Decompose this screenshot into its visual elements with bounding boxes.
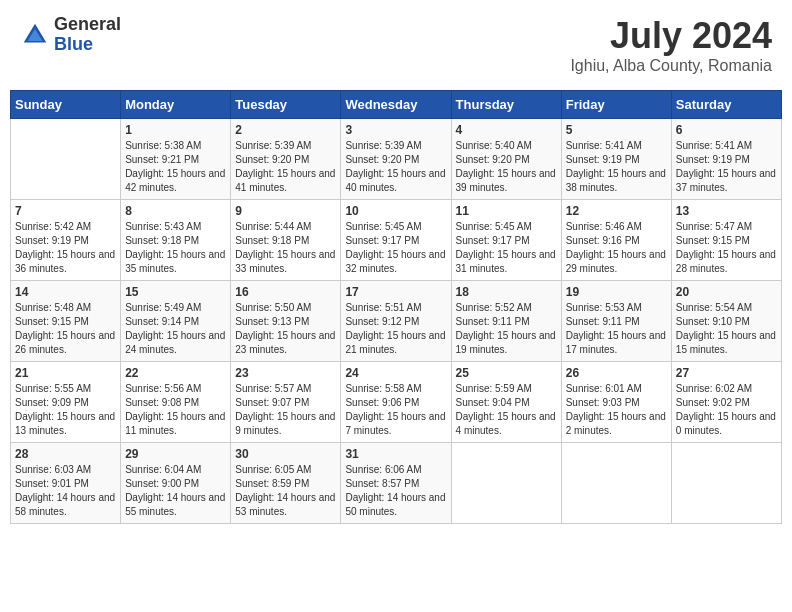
calendar-cell: 7Sunrise: 5:42 AMSunset: 9:19 PMDaylight… (11, 200, 121, 281)
day-info: Sunrise: 5:49 AMSunset: 9:14 PMDaylight:… (125, 301, 226, 357)
day-info: Sunrise: 5:40 AMSunset: 9:20 PMDaylight:… (456, 139, 557, 195)
day-number: 7 (15, 204, 116, 218)
weekday-header-row: SundayMondayTuesdayWednesdayThursdayFrid… (11, 91, 782, 119)
calendar-cell: 16Sunrise: 5:50 AMSunset: 9:13 PMDayligh… (231, 281, 341, 362)
calendar-cell: 12Sunrise: 5:46 AMSunset: 9:16 PMDayligh… (561, 200, 671, 281)
calendar-cell: 19Sunrise: 5:53 AMSunset: 9:11 PMDayligh… (561, 281, 671, 362)
calendar-cell: 29Sunrise: 6:04 AMSunset: 9:00 PMDayligh… (121, 443, 231, 524)
calendar-cell: 21Sunrise: 5:55 AMSunset: 9:09 PMDayligh… (11, 362, 121, 443)
calendar-cell: 3Sunrise: 5:39 AMSunset: 9:20 PMDaylight… (341, 119, 451, 200)
day-number: 21 (15, 366, 116, 380)
weekday-header-thursday: Thursday (451, 91, 561, 119)
calendar-cell: 28Sunrise: 6:03 AMSunset: 9:01 PMDayligh… (11, 443, 121, 524)
calendar-cell: 26Sunrise: 6:01 AMSunset: 9:03 PMDayligh… (561, 362, 671, 443)
calendar-cell: 20Sunrise: 5:54 AMSunset: 9:10 PMDayligh… (671, 281, 781, 362)
day-number: 17 (345, 285, 446, 299)
day-info: Sunrise: 6:01 AMSunset: 9:03 PMDaylight:… (566, 382, 667, 438)
calendar-week-5: 28Sunrise: 6:03 AMSunset: 9:01 PMDayligh… (11, 443, 782, 524)
calendar-cell: 8Sunrise: 5:43 AMSunset: 9:18 PMDaylight… (121, 200, 231, 281)
day-info: Sunrise: 5:39 AMSunset: 9:20 PMDaylight:… (235, 139, 336, 195)
day-number: 12 (566, 204, 667, 218)
day-info: Sunrise: 5:55 AMSunset: 9:09 PMDaylight:… (15, 382, 116, 438)
day-info: Sunrise: 5:56 AMSunset: 9:08 PMDaylight:… (125, 382, 226, 438)
calendar-week-1: 1Sunrise: 5:38 AMSunset: 9:21 PMDaylight… (11, 119, 782, 200)
calendar-cell: 31Sunrise: 6:06 AMSunset: 8:57 PMDayligh… (341, 443, 451, 524)
calendar-cell: 5Sunrise: 5:41 AMSunset: 9:19 PMDaylight… (561, 119, 671, 200)
day-number: 24 (345, 366, 446, 380)
day-number: 23 (235, 366, 336, 380)
day-info: Sunrise: 5:47 AMSunset: 9:15 PMDaylight:… (676, 220, 777, 276)
calendar-cell: 15Sunrise: 5:49 AMSunset: 9:14 PMDayligh… (121, 281, 231, 362)
weekday-header-sunday: Sunday (11, 91, 121, 119)
day-info: Sunrise: 5:57 AMSunset: 9:07 PMDaylight:… (235, 382, 336, 438)
calendar-cell: 2Sunrise: 5:39 AMSunset: 9:20 PMDaylight… (231, 119, 341, 200)
calendar-cell: 24Sunrise: 5:58 AMSunset: 9:06 PMDayligh… (341, 362, 451, 443)
logo-icon (20, 20, 50, 50)
day-number: 18 (456, 285, 557, 299)
day-number: 28 (15, 447, 116, 461)
day-number: 16 (235, 285, 336, 299)
day-number: 4 (456, 123, 557, 137)
calendar-cell: 17Sunrise: 5:51 AMSunset: 9:12 PMDayligh… (341, 281, 451, 362)
calendar-week-3: 14Sunrise: 5:48 AMSunset: 9:15 PMDayligh… (11, 281, 782, 362)
day-number: 29 (125, 447, 226, 461)
month-title: July 2024 (570, 15, 772, 57)
day-info: Sunrise: 6:02 AMSunset: 9:02 PMDaylight:… (676, 382, 777, 438)
day-number: 5 (566, 123, 667, 137)
day-info: Sunrise: 5:50 AMSunset: 9:13 PMDaylight:… (235, 301, 336, 357)
calendar-cell: 1Sunrise: 5:38 AMSunset: 9:21 PMDaylight… (121, 119, 231, 200)
day-number: 6 (676, 123, 777, 137)
calendar-cell: 25Sunrise: 5:59 AMSunset: 9:04 PMDayligh… (451, 362, 561, 443)
day-number: 25 (456, 366, 557, 380)
calendar-body: 1Sunrise: 5:38 AMSunset: 9:21 PMDaylight… (11, 119, 782, 524)
day-number: 20 (676, 285, 777, 299)
location-title: Ighiu, Alba County, Romania (570, 57, 772, 75)
day-number: 2 (235, 123, 336, 137)
day-number: 10 (345, 204, 446, 218)
day-number: 26 (566, 366, 667, 380)
day-number: 9 (235, 204, 336, 218)
day-number: 27 (676, 366, 777, 380)
calendar-cell: 27Sunrise: 6:02 AMSunset: 9:02 PMDayligh… (671, 362, 781, 443)
calendar-cell: 23Sunrise: 5:57 AMSunset: 9:07 PMDayligh… (231, 362, 341, 443)
calendar-cell: 18Sunrise: 5:52 AMSunset: 9:11 PMDayligh… (451, 281, 561, 362)
logo-text: General Blue (54, 15, 121, 55)
calendar-cell: 13Sunrise: 5:47 AMSunset: 9:15 PMDayligh… (671, 200, 781, 281)
day-info: Sunrise: 5:43 AMSunset: 9:18 PMDaylight:… (125, 220, 226, 276)
day-number: 30 (235, 447, 336, 461)
day-info: Sunrise: 5:52 AMSunset: 9:11 PMDaylight:… (456, 301, 557, 357)
day-number: 8 (125, 204, 226, 218)
day-info: Sunrise: 5:41 AMSunset: 9:19 PMDaylight:… (566, 139, 667, 195)
day-number: 15 (125, 285, 226, 299)
logo: General Blue (20, 15, 121, 55)
calendar-header: SundayMondayTuesdayWednesdayThursdayFrid… (11, 91, 782, 119)
day-info: Sunrise: 6:03 AMSunset: 9:01 PMDaylight:… (15, 463, 116, 519)
day-number: 1 (125, 123, 226, 137)
calendar-cell: 14Sunrise: 5:48 AMSunset: 9:15 PMDayligh… (11, 281, 121, 362)
weekday-header-friday: Friday (561, 91, 671, 119)
day-number: 22 (125, 366, 226, 380)
day-number: 3 (345, 123, 446, 137)
day-number: 11 (456, 204, 557, 218)
weekday-header-wednesday: Wednesday (341, 91, 451, 119)
calendar-cell (451, 443, 561, 524)
weekday-header-monday: Monday (121, 91, 231, 119)
calendar-week-4: 21Sunrise: 5:55 AMSunset: 9:09 PMDayligh… (11, 362, 782, 443)
day-info: Sunrise: 5:48 AMSunset: 9:15 PMDaylight:… (15, 301, 116, 357)
calendar-cell (561, 443, 671, 524)
day-info: Sunrise: 5:42 AMSunset: 9:19 PMDaylight:… (15, 220, 116, 276)
day-info: Sunrise: 5:38 AMSunset: 9:21 PMDaylight:… (125, 139, 226, 195)
day-number: 19 (566, 285, 667, 299)
day-info: Sunrise: 5:44 AMSunset: 9:18 PMDaylight:… (235, 220, 336, 276)
day-info: Sunrise: 5:45 AMSunset: 9:17 PMDaylight:… (456, 220, 557, 276)
day-info: Sunrise: 5:39 AMSunset: 9:20 PMDaylight:… (345, 139, 446, 195)
day-info: Sunrise: 5:58 AMSunset: 9:06 PMDaylight:… (345, 382, 446, 438)
day-info: Sunrise: 6:06 AMSunset: 8:57 PMDaylight:… (345, 463, 446, 519)
calendar-cell: 11Sunrise: 5:45 AMSunset: 9:17 PMDayligh… (451, 200, 561, 281)
day-number: 31 (345, 447, 446, 461)
day-info: Sunrise: 5:53 AMSunset: 9:11 PMDaylight:… (566, 301, 667, 357)
calendar-cell: 4Sunrise: 5:40 AMSunset: 9:20 PMDaylight… (451, 119, 561, 200)
calendar-cell: 10Sunrise: 5:45 AMSunset: 9:17 PMDayligh… (341, 200, 451, 281)
calendar-cell (671, 443, 781, 524)
calendar-week-2: 7Sunrise: 5:42 AMSunset: 9:19 PMDaylight… (11, 200, 782, 281)
